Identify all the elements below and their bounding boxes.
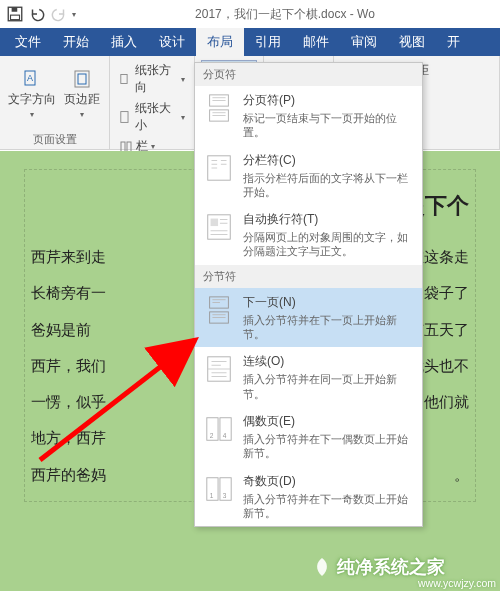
watermark-url: www.ycwjzy.com (418, 577, 496, 589)
title-bar: ▾ 2017，我们一起下个棋.docx - Wo (0, 0, 500, 28)
margins-label: 页边距 (64, 91, 100, 108)
svg-rect-7 (121, 74, 127, 83)
svg-rect-10 (127, 142, 131, 152)
tab-mailings[interactable]: 邮件 (292, 28, 340, 56)
tab-layout[interactable]: 布局 (196, 28, 244, 56)
undo-icon[interactable] (28, 5, 46, 23)
watermark: 纯净系统之家 (311, 555, 445, 579)
next-page-icon (203, 294, 235, 326)
document-title: 2017，我们一起下个棋.docx - Wo (76, 6, 494, 23)
tab-dev[interactable]: 开 (436, 28, 471, 56)
svg-rect-6 (78, 74, 86, 84)
tab-references[interactable]: 引用 (244, 28, 292, 56)
tab-design[interactable]: 设计 (148, 28, 196, 56)
tab-review[interactable]: 审阅 (340, 28, 388, 56)
size-button[interactable]: 纸张大小▾ (116, 98, 188, 136)
dd-item-even-page[interactable]: 24 偶数页(E)插入分节符并在下一偶数页上开始新节。 (195, 407, 422, 467)
even-page-icon: 24 (203, 413, 235, 445)
column-break-icon (203, 152, 235, 184)
chevron-down-icon: ▾ (80, 110, 84, 119)
continuous-icon (203, 353, 235, 385)
svg-rect-15 (211, 219, 219, 227)
save-icon[interactable] (6, 5, 24, 23)
svg-text:1: 1 (210, 492, 214, 499)
breaks-dropdown: 分页符 分页符(P)标记一页结束与下一页开始的位置。 分栏符(C)指示分栏符后面… (194, 62, 423, 527)
dd-item-text-wrap-break[interactable]: 自动换行符(T)分隔网页上的对象周围的文字，如分隔题注文字与正文。 (195, 205, 422, 265)
dd-section-breaks: 分节符 (195, 265, 422, 288)
dd-item-odd-page[interactable]: 13 奇数页(D)插入分节符并在下一奇数页上开始新节。 (195, 467, 422, 527)
svg-rect-5 (75, 71, 89, 87)
dd-item-page-break[interactable]: 分页符(P)标记一页结束与下一页开始的位置。 (195, 86, 422, 146)
redo-icon[interactable] (50, 5, 68, 23)
leaf-icon (311, 556, 333, 578)
svg-text:2: 2 (210, 432, 214, 439)
dd-item-column-break[interactable]: 分栏符(C)指示分栏符后面的文字将从下一栏开始。 (195, 146, 422, 206)
tab-insert[interactable]: 插入 (100, 28, 148, 56)
tab-home[interactable]: 开始 (52, 28, 100, 56)
ribbon-tabs: 文件 开始 插入 设计 布局 引用 邮件 审阅 视图 开 (0, 28, 500, 56)
dd-item-next-page[interactable]: 下一页(N)插入分节符并在下一页上开始新节。 (195, 288, 422, 348)
page-break-icon (203, 92, 235, 124)
odd-page-icon: 13 (203, 473, 235, 505)
chevron-down-icon: ▾ (30, 110, 34, 119)
dd-item-continuous[interactable]: 连续(O)插入分节符并在同一页上开始新节。 (195, 347, 422, 407)
tab-view[interactable]: 视图 (388, 28, 436, 56)
tab-file[interactable]: 文件 (4, 28, 52, 56)
group-page-setup-right: 纸张方向▾ 纸张大小▾ 栏▾ (110, 56, 194, 149)
svg-rect-1 (12, 7, 18, 12)
orientation-button[interactable]: 纸张方向▾ (116, 60, 188, 98)
margins-button[interactable]: 页边距 ▾ (62, 67, 102, 121)
svg-text:3: 3 (223, 492, 227, 499)
text-direction-button[interactable]: A 文字方向 ▾ (6, 67, 58, 121)
svg-rect-13 (208, 155, 231, 179)
text-wrap-icon (203, 211, 235, 243)
svg-rect-2 (11, 15, 20, 20)
dd-section-page-breaks: 分页符 (195, 63, 422, 86)
svg-rect-14 (208, 215, 231, 239)
svg-rect-8 (121, 112, 128, 123)
text-direction-label: 文字方向 (8, 91, 56, 108)
svg-rect-9 (121, 142, 125, 152)
group-label-page-setup: 页面设置 (6, 130, 103, 147)
svg-text:4: 4 (223, 432, 227, 439)
quick-access-toolbar: ▾ (6, 5, 76, 23)
group-page-setup-left: A 文字方向 ▾ 页边距 ▾ 页面设置 (0, 56, 110, 149)
svg-text:A: A (27, 73, 33, 83)
